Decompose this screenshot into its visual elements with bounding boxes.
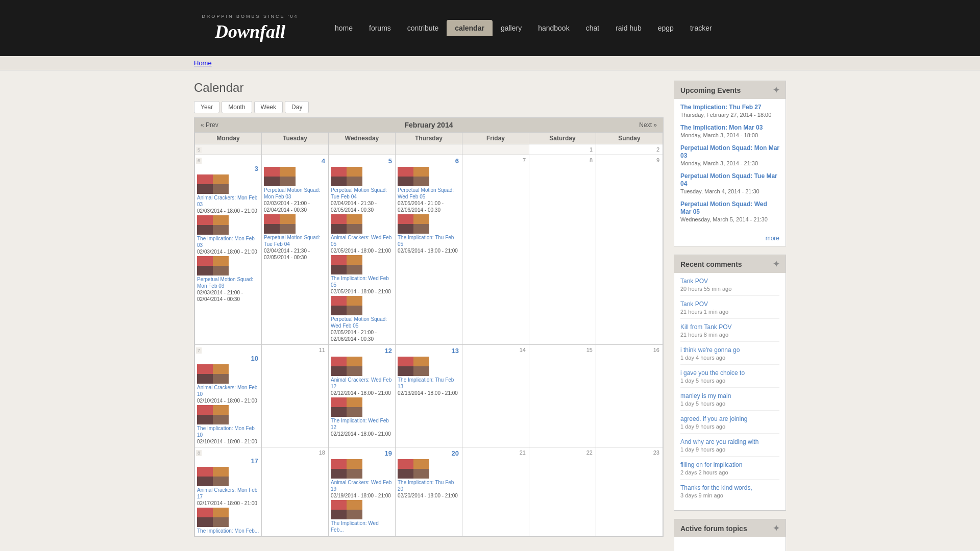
list-item: i gave you the choice to 1 day 5 hours a… bbox=[680, 369, 779, 388]
list-item[interactable]: The Implication: Wed Feb 0502/05/2014 - … bbox=[331, 255, 393, 295]
event-link-4[interactable]: Perpetual Motion Squad: Tue Mar 04 bbox=[680, 172, 777, 187]
list-item[interactable]: The Implication: Mon Feb... bbox=[197, 508, 259, 534]
nav-calendar[interactable]: calendar bbox=[447, 20, 493, 36]
nav-home[interactable]: home bbox=[327, 20, 361, 36]
list-item[interactable]: Animal Crackers: Mon Feb 0302/03/2014 - … bbox=[197, 174, 259, 214]
list-item[interactable]: The Implication: Mon Feb 0302/03/2014 - … bbox=[197, 215, 259, 255]
comment-link-7[interactable]: agreed. if you are joining bbox=[680, 415, 747, 422]
event-link-1[interactable]: The Implication: Thu Feb 27 bbox=[680, 104, 762, 111]
comment-time-3: 21 hours 8 min ago bbox=[680, 332, 728, 338]
nav-raid-hub[interactable]: raid hub bbox=[607, 20, 650, 36]
list-item[interactable]: Perpetual Motion Squad: Tue Feb 0402/04/… bbox=[331, 167, 393, 213]
day-cell-feb4: 4 Perpetual Motion Squad: Mon Feb 0302/0… bbox=[262, 155, 329, 345]
day-view-btn[interactable]: Day bbox=[285, 101, 309, 113]
list-item[interactable]: The Implication: Thu Feb 1302/13/2014 - … bbox=[398, 357, 460, 396]
nav-gallery[interactable]: gallery bbox=[493, 20, 530, 36]
event-date-1: Thursday, February 27, 2014 - 18:00 bbox=[680, 112, 771, 118]
comment-link-10[interactable]: Thanks for the kind words, bbox=[680, 484, 752, 491]
day-cell-jan31 bbox=[462, 144, 529, 155]
list-item[interactable]: The Implication: Thu Feb 0502/06/2014 - … bbox=[398, 214, 460, 254]
prev-month-btn[interactable]: « Prev bbox=[201, 121, 218, 129]
nav-contribute[interactable]: contribute bbox=[399, 20, 447, 36]
day-cell-feb14: 14 bbox=[462, 345, 529, 447]
comment-link-1[interactable]: Tank POV bbox=[680, 278, 708, 285]
logo-tagline: DROPPIN BOMBS SINCE '04 bbox=[202, 14, 298, 19]
day-cell-feb8: 8 bbox=[529, 155, 596, 345]
col-sunday: Sunday bbox=[596, 133, 663, 144]
list-item[interactable]: Perpetual Motion Squad: Tue Feb 0402/04/… bbox=[264, 214, 326, 261]
event-link-2[interactable]: The Implication: Mon Mar 03 bbox=[680, 124, 763, 131]
event-date-2: Monday, March 3, 2014 - 18:00 bbox=[680, 132, 758, 138]
list-item[interactable]: The Implication: Thu Feb 2002/20/2014 - … bbox=[398, 459, 460, 499]
list-item[interactable]: Animal Crackers: Wed Feb 1202/12/2014 - … bbox=[331, 357, 393, 396]
list-item[interactable]: Animal Crackers: Wed Feb 1902/19/2014 - … bbox=[331, 459, 393, 499]
list-item[interactable]: Animal Crackers: Mon Feb 1702/17/2014 - … bbox=[197, 467, 259, 507]
comment-time-8: 1 day 9 hours ago bbox=[680, 446, 725, 453]
list-item: Tank POV 20 hours 55 min ago bbox=[680, 277, 779, 296]
comment-link-4[interactable]: i think we're gonna go bbox=[680, 346, 740, 354]
nav-chat[interactable]: chat bbox=[578, 20, 607, 36]
list-item[interactable]: Perpetual Motion Squad: Wed Feb 0502/05/… bbox=[331, 296, 393, 342]
comment-time-10: 3 days 9 min ago bbox=[680, 492, 723, 498]
list-item: agreed. if you are joining 1 day 9 hours… bbox=[680, 415, 779, 434]
more-events-link[interactable]: more bbox=[766, 235, 779, 242]
event-link-5[interactable]: Perpetual Motion Squad: Wed Mar 05 bbox=[680, 201, 767, 215]
list-item: manley is my main 1 day 5 hours ago bbox=[680, 392, 779, 411]
nav-forums[interactable]: forums bbox=[361, 20, 399, 36]
nav-handbook[interactable]: handbook bbox=[530, 20, 578, 36]
list-item[interactable]: Perpetual Motion Squad: Mon Feb 0302/03/… bbox=[264, 167, 326, 213]
month-view-btn[interactable]: Month bbox=[222, 101, 252, 113]
day-cell-feb22: 22 bbox=[529, 447, 596, 537]
list-item[interactable]: Perpetual Motion Squad: Mon Feb 0302/03/… bbox=[197, 256, 259, 303]
day-cell-jan27: 5 bbox=[195, 144, 262, 155]
comment-link-3[interactable]: Kill from Tank POV bbox=[680, 323, 731, 331]
next-month-btn[interactable]: Next » bbox=[639, 121, 657, 129]
event-link-3[interactable]: Perpetual Motion Squad: Mon Mar 03 bbox=[680, 144, 779, 159]
list-item[interactable]: The Implication: Wed Feb 1202/12/2014 - … bbox=[331, 397, 393, 437]
day-cell-jan30 bbox=[396, 144, 462, 155]
day-cell-feb16: 16 bbox=[596, 345, 663, 447]
comment-link-8[interactable]: And why are you raiding with bbox=[680, 438, 758, 445]
month-year-label: February 2014 bbox=[405, 121, 453, 129]
list-item[interactable]: Perpetual Motion Squad: Wed Feb 0502/05/… bbox=[398, 167, 460, 213]
list-item[interactable]: The Implication: Mon Feb 1002/10/2014 - … bbox=[197, 405, 259, 445]
day-cell-feb10-start: 7 10 Animal Crackers: Mon Feb 1002/10/20… bbox=[195, 345, 262, 447]
list-item: i think we're gonna go 1 day 4 hours ago bbox=[680, 346, 779, 365]
list-item[interactable]: Animal Crackers: Wed Feb 0502/05/2014 - … bbox=[331, 214, 393, 254]
list-item: Kill from Tank POV 21 hours 8 min ago bbox=[680, 323, 779, 342]
col-monday: Monday bbox=[195, 133, 262, 144]
col-wednesday: Wednesday bbox=[329, 133, 396, 144]
comment-time-4: 1 day 4 hours ago bbox=[680, 355, 725, 361]
upcoming-events-title: Upcoming Events bbox=[680, 86, 741, 94]
day-cell-jan28 bbox=[262, 144, 329, 155]
table-row: 7 10 Animal Crackers: Mon Feb 1002/10/20… bbox=[195, 345, 663, 447]
list-item[interactable]: Animal Crackers: Mon Feb 1002/10/2014 - … bbox=[197, 364, 259, 404]
comment-link-2[interactable]: Tank POV bbox=[680, 300, 708, 308]
comment-time-6: 1 day 5 hours ago bbox=[680, 400, 725, 407]
upcoming-events-icon: ✦ bbox=[773, 85, 779, 95]
list-item: Perpetual Motion Squad: Tue Mar 04 Tuesd… bbox=[680, 172, 779, 195]
table-row: 6 3 Animal Crackers: Mon Feb 0302/03/201… bbox=[195, 155, 663, 345]
col-tuesday: Tuesday bbox=[262, 133, 329, 144]
comment-link-9[interactable]: filling on for implication bbox=[680, 461, 742, 468]
main-nav: home forums contribute calendar gallery … bbox=[327, 20, 720, 36]
upcoming-events-section: Upcoming Events ✦ The Implication: Thu F… bbox=[674, 81, 786, 246]
active-forum-section: Active forum topics ✦ bbox=[674, 519, 786, 551]
nav-epgp[interactable]: epgp bbox=[650, 20, 682, 36]
nav-tracker[interactable]: tracker bbox=[682, 20, 720, 36]
breadcrumb-home[interactable]: Home bbox=[194, 59, 212, 67]
list-item: Perpetual Motion Squad: Wed Mar 05 Wedne… bbox=[680, 200, 779, 223]
list-item: And why are you raiding with 1 day 9 hou… bbox=[680, 438, 779, 457]
event-date-4: Tuesday, March 4, 2014 - 21:30 bbox=[680, 188, 760, 194]
comment-link-5[interactable]: i gave you the choice to bbox=[680, 369, 745, 377]
recent-comments-title: Recent comments bbox=[680, 260, 742, 268]
day-cell-feb23: 23 bbox=[596, 447, 663, 537]
site-logo[interactable]: DROPPIN BOMBS SINCE '04 Downfall bbox=[194, 5, 306, 51]
list-item: The Implication: Mon Mar 03 Monday, Marc… bbox=[680, 123, 779, 139]
list-item[interactable]: The Implication: Wed Feb... bbox=[331, 500, 393, 533]
comment-link-6[interactable]: manley is my main bbox=[680, 392, 731, 399]
event-date-3: Monday, March 3, 2014 - 21:30 bbox=[680, 160, 758, 166]
day-cell-feb13: 13 The Implication: Thu Feb 1302/13/2014… bbox=[396, 345, 462, 447]
year-view-btn[interactable]: Year bbox=[194, 101, 219, 113]
week-view-btn[interactable]: Week bbox=[254, 101, 283, 113]
